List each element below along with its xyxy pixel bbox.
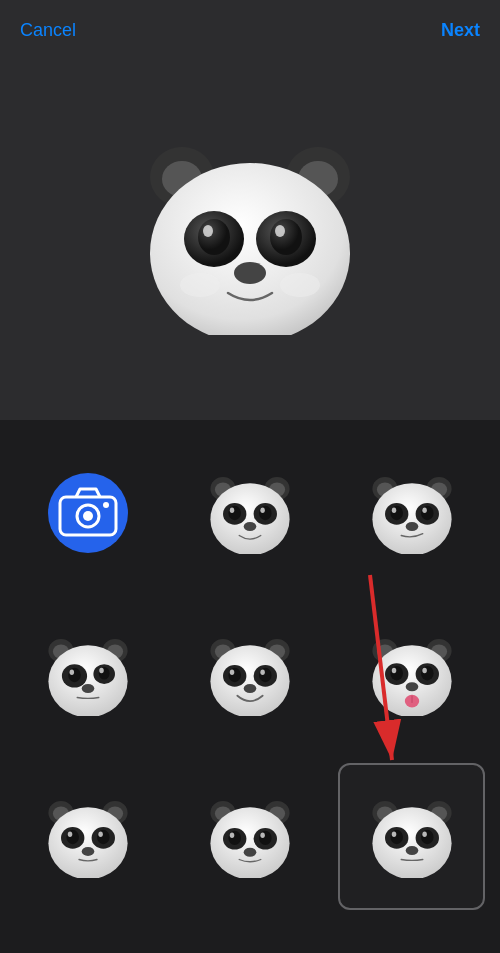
svg-point-34 — [372, 484, 451, 555]
svg-point-111 — [390, 829, 403, 843]
animoji-preview-area — [0, 0, 500, 420]
svg-point-108 — [372, 807, 451, 878]
panda-cell-4[interactable] — [177, 602, 324, 749]
panda-cell-1[interactable] — [177, 440, 324, 587]
panda-cell-2[interactable] — [338, 440, 485, 587]
animoji-grid — [0, 420, 500, 953]
svg-point-37 — [390, 506, 403, 520]
svg-point-100 — [259, 830, 272, 844]
svg-point-112 — [421, 829, 434, 843]
panda-cell-3[interactable] — [15, 602, 162, 749]
panda-cell-6[interactable] — [15, 763, 162, 910]
animoji-grid-container — [15, 440, 485, 910]
svg-point-29 — [244, 522, 257, 531]
svg-point-38 — [421, 506, 434, 520]
svg-point-41 — [405, 522, 418, 531]
svg-point-88 — [97, 829, 110, 843]
svg-point-26 — [259, 506, 272, 520]
svg-point-9 — [203, 225, 213, 237]
svg-point-64 — [260, 670, 265, 675]
svg-point-51 — [70, 670, 75, 675]
svg-point-53 — [82, 684, 95, 693]
svg-point-101 — [230, 832, 235, 837]
svg-point-49 — [69, 668, 82, 682]
svg-point-25 — [228, 506, 241, 520]
svg-point-113 — [391, 831, 396, 836]
svg-point-87 — [67, 829, 80, 843]
svg-point-75 — [391, 668, 396, 673]
svg-point-58 — [210, 645, 289, 716]
panda-cell-selected[interactable] — [338, 763, 485, 910]
svg-point-65 — [244, 684, 257, 693]
svg-point-114 — [422, 831, 427, 836]
svg-point-89 — [68, 831, 73, 836]
svg-point-76 — [422, 668, 427, 673]
svg-point-13 — [280, 273, 320, 297]
svg-point-10 — [275, 225, 285, 237]
svg-point-27 — [230, 508, 235, 513]
svg-point-63 — [230, 670, 235, 675]
svg-point-115 — [405, 846, 418, 855]
svg-point-28 — [260, 508, 265, 513]
svg-point-102 — [260, 832, 265, 837]
svg-point-39 — [391, 508, 396, 513]
svg-point-12 — [180, 273, 220, 297]
svg-point-46 — [49, 645, 128, 716]
animoji-preview — [140, 135, 360, 335]
svg-point-103 — [244, 847, 257, 856]
svg-point-4 — [150, 163, 350, 335]
camera-button[interactable] — [48, 473, 128, 553]
top-bar: Cancel Next — [0, 0, 500, 60]
svg-point-61 — [228, 668, 241, 682]
cancel-button[interactable]: Cancel — [20, 20, 76, 41]
next-button[interactable]: Next — [441, 20, 480, 41]
svg-point-91 — [82, 847, 95, 856]
svg-point-40 — [422, 508, 427, 513]
svg-point-22 — [210, 484, 289, 555]
camera-cell[interactable] — [15, 440, 162, 587]
svg-point-17 — [103, 502, 109, 508]
svg-point-11 — [234, 262, 266, 284]
panda-cell-7[interactable] — [177, 763, 324, 910]
svg-point-62 — [259, 668, 272, 682]
svg-point-99 — [228, 830, 241, 844]
svg-point-52 — [100, 668, 105, 673]
svg-point-90 — [99, 831, 104, 836]
svg-point-84 — [49, 807, 128, 878]
svg-point-74 — [421, 666, 434, 680]
svg-point-73 — [390, 666, 403, 680]
svg-point-16 — [83, 511, 93, 521]
svg-point-8 — [270, 219, 302, 255]
svg-point-77 — [405, 682, 418, 691]
svg-point-96 — [210, 807, 289, 878]
svg-point-7 — [198, 219, 230, 255]
panda-cell-5[interactable] — [338, 602, 485, 749]
